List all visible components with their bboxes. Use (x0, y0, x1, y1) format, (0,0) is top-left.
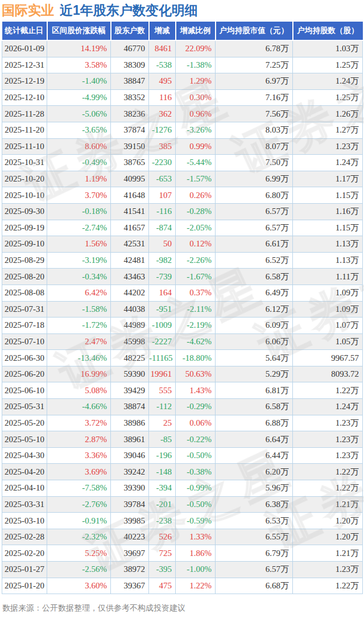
cell-date: 2025-12-31 (2, 57, 47, 73)
cell-date: 2025-05-10 (2, 431, 47, 448)
table-row: 2025-05-203.72%38986250.06%6.88万1.23万 (2, 415, 363, 431)
cell-delta: 8461 (149, 40, 176, 57)
cell-change-pct: -3.19% (47, 252, 111, 269)
cell-delta-pct: -1.38% (176, 57, 216, 73)
cell-delta-pct: -2.19% (176, 318, 216, 334)
cell-avg-shares: 1.24万 (293, 73, 363, 90)
cell-change-pct: 8.60% (47, 138, 111, 155)
cell-avg-value: 6.20万 (216, 464, 293, 480)
cell-holders: 39242 (111, 464, 149, 480)
cell-avg-value: 6.81万 (216, 382, 293, 399)
cell-date: 2025-06-20 (2, 366, 47, 382)
cell-delta: -538 (149, 57, 176, 73)
cell-avg-value: 6.58万 (216, 399, 293, 415)
cell-avg-shares: 1.24万 (293, 155, 363, 171)
cell-delta-pct: 1.43% (176, 382, 216, 399)
cell-date: 2025-10-20 (2, 171, 47, 187)
table-row: 2025-09-101.56%42531500.12%6.61万1.13万 (2, 236, 363, 253)
cell-avg-value: 6.64万 (216, 431, 293, 448)
cell-delta-pct: 0.06% (176, 415, 216, 431)
cell-delta: -951 (149, 301, 176, 318)
cell-date: 2025-02-20 (2, 545, 47, 562)
cell-date: 2025-10-10 (2, 187, 47, 204)
cell-holders: 38236 (111, 106, 149, 122)
table-row: 2025-05-31-4.66%38874-112-0.29%6.58万1.24… (2, 399, 363, 415)
cell-change-pct: -0.18% (47, 203, 111, 220)
cell-change-pct: 2.87% (47, 431, 111, 448)
cell-delta: -112 (149, 399, 176, 415)
cell-change-pct: 5.08% (47, 382, 111, 399)
cell-holders: 38309 (111, 57, 149, 73)
cell-date: 2025-08-08 (2, 285, 47, 301)
cell-delta: 475 (149, 578, 176, 594)
cell-holders: 39046 (111, 447, 149, 464)
cell-date: 2025-12-19 (2, 73, 47, 90)
stock-name: 国际实业 (2, 3, 54, 18)
cell-delta-pct: 0.37% (176, 285, 216, 301)
table-row: 2025-09-19-2.74%41657-874-2.05%6.57万1.15… (2, 220, 363, 236)
cell-avg-shares: 1.15万 (293, 220, 363, 236)
cell-avg-value: 5.64万 (216, 350, 293, 366)
cell-avg-shares: 1.22万 (293, 382, 363, 399)
cell-holders: 39390 (111, 480, 149, 497)
table-row: 2026-01-0914.19%46770846122.09%6.78万1.03… (2, 40, 363, 57)
cell-holders: 39784 (111, 496, 149, 513)
cell-change-pct: -0.49% (47, 155, 111, 171)
table-row: 2025-09-30-0.18%41541-116-0.28%6.57万1.16… (2, 203, 363, 220)
cell-delta-pct: -0.59% (176, 513, 216, 529)
cell-avg-shares: 1.20万 (293, 529, 363, 545)
cell-delta: 385 (149, 138, 176, 155)
cell-delta: -201 (149, 496, 176, 513)
cell-delta-pct: -0.22% (176, 431, 216, 448)
cell-avg-value: 6.06万 (216, 333, 293, 350)
cell-change-pct: 2.47% (47, 333, 111, 350)
table-row: 2025-01-203.60%393674751.22%6.68万1.22万 (2, 578, 363, 594)
cell-holders: 44038 (111, 301, 149, 318)
table-row: 2025-06-30-13.46%48225-11165-18.80%5.64万… (2, 350, 363, 366)
cell-avg-value: 6.09万 (216, 318, 293, 334)
cell-holders: 39150 (111, 138, 149, 155)
cell-delta: -395 (149, 562, 176, 578)
table-row: 2025-12-19-1.40%388474951.29%6.97万1.24万 (2, 73, 363, 90)
cell-delta-pct: -0.38% (176, 464, 216, 480)
cell-delta: -196 (149, 447, 176, 464)
cell-avg-shares: 9967.57 (293, 350, 363, 366)
cell-holders: 38765 (111, 155, 149, 171)
cell-delta-pct: 50.63% (176, 366, 216, 382)
cell-delta: 25 (149, 415, 176, 431)
cell-avg-value: 6.55万 (216, 529, 293, 545)
table-row: 2025-03-31-2.76%39784-201-0.50%6.38万1.21… (2, 496, 363, 513)
cell-avg-shares: 1.05万 (293, 333, 363, 350)
cell-avg-value: 6.44万 (216, 447, 293, 464)
table-row: 2025-11-20-3.65%37874-1276-3.26%8.03万1.2… (2, 122, 363, 138)
cell-delta-pct: -1.57% (176, 171, 216, 187)
cell-delta-pct: 1.29% (176, 73, 216, 90)
cell-avg-shares: 1.03万 (293, 40, 363, 57)
cell-date: 2025-09-30 (2, 203, 47, 220)
table-row: 2025-08-29-3.19%42481-982-2.26%6.52万1.13… (2, 252, 363, 269)
cell-avg-shares: 1.23万 (293, 447, 363, 464)
cell-holders: 45998 (111, 333, 149, 350)
cell-delta-pct: -3.26% (176, 122, 216, 138)
cell-delta: -874 (149, 220, 176, 236)
cell-delta: -148 (149, 464, 176, 480)
cell-holders: 39429 (111, 382, 149, 399)
cell-avg-shares: 1.26万 (293, 106, 363, 122)
cell-delta: -1276 (149, 122, 176, 138)
cell-avg-value: 6.52万 (216, 252, 293, 269)
cell-avg-value: 6.99万 (216, 171, 293, 187)
cell-date: 2025-03-31 (2, 496, 47, 513)
cell-delta: -2230 (149, 155, 176, 171)
cell-date: 2025-07-31 (2, 301, 47, 318)
cell-holders: 39697 (111, 545, 149, 562)
cell-avg-value: 8.03万 (216, 122, 293, 138)
cell-delta-pct: -0.99% (176, 480, 216, 497)
cell-date: 2025-05-20 (2, 415, 47, 431)
cell-holders: 44989 (111, 318, 149, 334)
cell-date: 2025-03-10 (2, 513, 47, 529)
cell-holders: 39985 (111, 513, 149, 529)
cell-avg-value: 6.49万 (216, 285, 293, 301)
cell-avg-value: 6.57万 (216, 203, 293, 220)
cell-avg-value: 6.80万 (216, 187, 293, 204)
cell-delta-pct: 1.86% (176, 545, 216, 562)
